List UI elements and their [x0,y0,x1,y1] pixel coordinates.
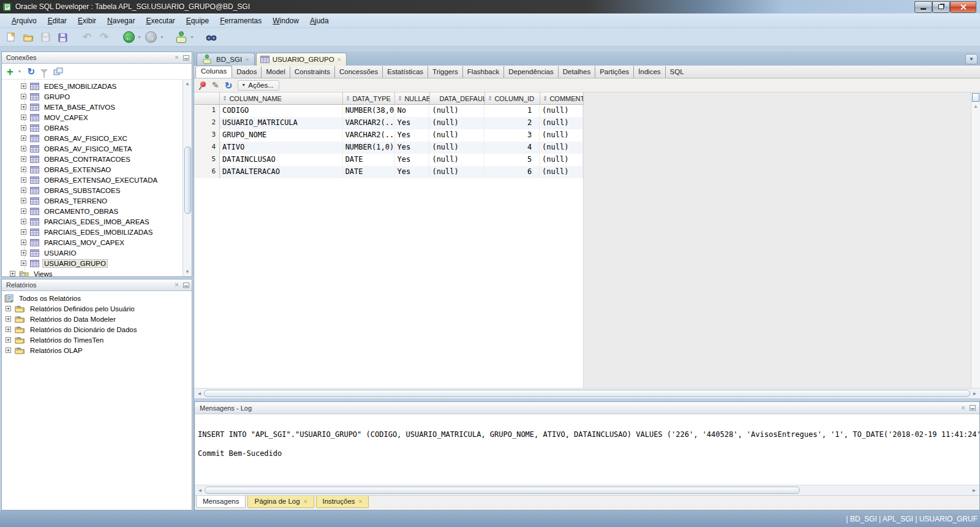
menu-item[interactable]: Navegar [102,15,140,27]
tab-close-icon[interactable]: × [304,498,307,505]
open-button[interactable] [21,30,36,45]
column-header[interactable]: ⇕ COLUMN_NAME [220,93,343,105]
log-horizontal-scrollbar[interactable]: ◄ ► [195,485,979,495]
tree-item-table[interactable]: + PARCIAIS_EDES_IMOBILIZADAS [2,227,183,237]
grid-row[interactable]: 3 GRUPO_NOME VARCHAR2(... Yes (null) 3 (… [194,129,583,142]
sort-icon[interactable]: ⇕ [488,95,492,102]
expand-icon[interactable]: + [21,94,26,99]
tree-item-report-folder[interactable]: + Relatórios do Data Modeler [2,314,192,324]
collapse-all-icon[interactable] [53,67,63,75]
column-header[interactable]: ⇕ COLUMN_ID [485,93,540,105]
cell-column-name[interactable]: ATIVO [220,142,343,154]
expand-icon[interactable]: + [6,306,11,311]
expand-icon[interactable]: + [21,135,26,141]
tree-item-table[interactable]: + PARCIAIS_EDES_IMOB_AREAS [2,216,183,227]
cell-nullable[interactable]: No [395,105,430,117]
column-header[interactable]: ⇕ NULLABLE [395,93,430,105]
expand-icon[interactable]: + [6,316,11,322]
edit-icon[interactable]: ✎ [212,80,219,90]
cell-comments[interactable]: (null) [540,142,583,154]
scroll-left-icon[interactable]: ◄ [195,391,204,396]
scrollbar-thumb[interactable] [205,487,800,494]
expand-icon[interactable]: + [6,327,11,332]
cell-column-name[interactable]: CODIGO [220,105,343,117]
undo-button[interactable]: ↶ [80,30,94,45]
tree-item-all-reports[interactable]: Todos os Relatórios [2,293,192,303]
tree-item-report-folder[interactable]: + Relatórios Definidos pelo Usuário [2,303,192,314]
cell-data-type[interactable]: VARCHAR2(... [343,117,395,129]
save-all-button[interactable] [55,30,70,45]
menu-item[interactable]: Window [267,15,304,27]
tree-item-views[interactable]: + Views [2,268,183,276]
expand-icon[interactable]: + [21,167,26,172]
scroll-right-icon[interactable]: ► [970,391,979,396]
tab-instrucoes[interactable]: Instruções × [316,496,369,508]
cell-nullable[interactable]: Yes [395,117,430,129]
cell-column-name[interactable]: DATAALTERACAO [220,166,343,178]
filter-icon[interactable] [40,69,48,74]
tab-table-usuario-grupo[interactable]: USUARIO_GRUPO × [256,53,347,66]
grid-horizontal-scrollbar[interactable]: ◄ ► [194,388,980,398]
tree-item-report-folder[interactable]: + Relatórios OLAP [2,345,192,355]
tree-item-table[interactable]: + MOV_CAPEX [2,112,183,123]
subtab[interactable]: Constraints [290,66,334,78]
expand-icon[interactable]: + [21,177,26,183]
cell-data-type[interactable]: DATE [343,154,395,166]
cell-data-default[interactable]: (null) [429,166,484,178]
menu-item[interactable]: Exibir [72,15,102,27]
tab-mensagens[interactable]: Mensagens [196,496,246,508]
expand-icon[interactable]: + [21,198,26,203]
back-button[interactable]: ← [121,30,136,45]
expand-icon[interactable]: + [21,188,26,193]
save-button[interactable] [38,30,53,45]
cell-comments[interactable]: (null) [540,129,583,142]
cell-column-id[interactable]: 5 [484,154,540,166]
panel-close-icon[interactable]: × [175,281,179,289]
cell-nullable[interactable]: Yes [395,154,430,166]
tree-item-table[interactable]: + OBRAS_SUBSTACOES [2,185,183,195]
tab-list-dropdown-button[interactable]: ▼ [965,54,978,64]
tab-close-icon[interactable]: × [359,498,363,505]
grid-row[interactable]: 5 DATAINCLUSAO DATE Yes (null) 5 (null) [194,154,583,166]
cell-column-id[interactable]: 2 [484,117,540,129]
menu-item[interactable]: Ferramentas [214,15,267,27]
panel-close-icon[interactable]: × [175,54,179,61]
subtab[interactable]: Índices [633,66,665,78]
expand-icon[interactable]: + [21,229,26,235]
panel-close-icon[interactable]: × [961,404,965,412]
menu-item[interactable]: Editar [42,15,72,27]
scrollbar-thumb[interactable] [972,93,979,102]
tree-item-table[interactable]: + OBRAS [2,123,183,133]
refresh-icon[interactable]: ↻ [225,81,233,90]
column-header[interactable]: ⇕ DATA_TYPE [343,93,395,105]
subtab[interactable]: Flashback [462,66,503,78]
connections-scrollbar[interactable]: ▲ ▼ [183,80,192,276]
grid-row[interactable]: 2 USUARIO_MATRICULA VARCHAR2(... Yes (nu… [194,117,583,129]
forward-button[interactable]: → [144,30,159,45]
tab-close-icon[interactable]: × [245,56,249,63]
cell-data-default[interactable]: (null) [429,142,484,154]
sort-icon[interactable]: ⇕ [543,95,548,102]
expand-icon[interactable]: + [21,125,26,131]
connections-dropdown-icon[interactable]: ▼ [190,35,194,39]
tree-item-report-folder[interactable]: + Relatórios do TimesTen [2,335,192,345]
refresh-connections-icon[interactable]: ↻ [27,67,35,76]
panel-minimize-icon[interactable] [183,55,189,61]
scrollbar-thumb[interactable] [184,146,191,214]
expand-icon[interactable]: + [21,104,26,110]
new-connection-button[interactable]: + [7,66,13,77]
cell-column-id[interactable]: 6 [484,166,540,178]
cell-column-id[interactable]: 3 [484,129,540,142]
expand-icon[interactable]: + [21,156,26,162]
subtab[interactable]: Concessões [334,66,382,78]
cell-comments[interactable]: (null) [540,105,583,117]
expand-icon[interactable]: + [21,260,26,266]
cell-data-default[interactable]: (null) [429,117,484,129]
tab-pagina-de-log[interactable]: Página de Log × [247,496,314,508]
tree-item-table[interactable]: + OBRAS_EXTENSAO [2,164,183,175]
menu-item[interactable]: Equipe [181,15,214,27]
scroll-up-icon[interactable]: ▲ [185,80,190,88]
tree-item-table[interactable]: + META_BASE_ATIVOS [2,102,183,112]
cell-data-default[interactable]: (null) [429,105,484,117]
subtab[interactable]: Colunas [195,66,232,78]
